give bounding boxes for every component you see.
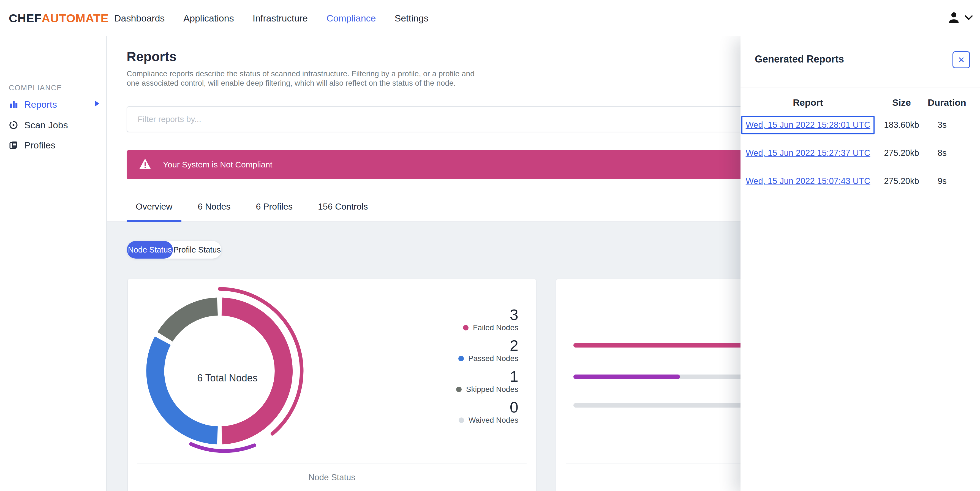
- passed-count: 2: [510, 338, 519, 354]
- legend-entry-passed: 2 Passed Nodes: [458, 338, 519, 363]
- sidebar-section-label: COMPLIANCE: [9, 84, 62, 92]
- report-size: 183.60kb: [875, 120, 928, 130]
- sidebar-item-scan-jobs[interactable]: Scan Jobs: [9, 118, 68, 132]
- user-menu[interactable]: [947, 0, 973, 37]
- legend-entry-failed: 3 Failed Nodes: [463, 307, 519, 332]
- reports-table-header: Report Size Duration: [740, 94, 980, 111]
- sidebar-item-reports[interactable]: Reports: [9, 98, 57, 111]
- failed-count: 3: [510, 307, 519, 323]
- sidebar-item-label: Profiles: [24, 140, 55, 151]
- chef-automate-app: CHEFAUTOMATE Dashboards Applications Inf…: [0, 0, 980, 491]
- donut-skipped-segment: [165, 306, 218, 337]
- node-status-toggle-button[interactable]: Node Status: [127, 241, 173, 258]
- report-duration: 8s: [928, 148, 980, 158]
- report-link-selected[interactable]: Wed, 15 Jun 2022 15:28:01 UTC: [741, 116, 875, 134]
- legend-label: Passed Nodes: [468, 354, 519, 363]
- passed-dot-icon: [458, 356, 464, 361]
- donut-center-label: 6 Total Nodes: [172, 372, 282, 384]
- logo-automate: AUTOMATE: [41, 11, 109, 25]
- profile-status-toggle-button[interactable]: Profile Status: [173, 241, 221, 258]
- chevron-down-icon: [964, 14, 973, 22]
- report-duration: 9s: [928, 176, 980, 186]
- sidebar-reports-caret-icon: [95, 100, 99, 107]
- user-profile-icon: [947, 11, 961, 26]
- logo-chef: CHEF: [9, 11, 41, 25]
- nav-links: Dashboards Applications Infrastructure C…: [114, 0, 428, 37]
- tab-nodes[interactable]: 6 Nodes: [189, 202, 240, 222]
- tab-controls[interactable]: 156 Controls: [309, 202, 377, 222]
- alert-text: Your System is Not Compliant: [163, 160, 272, 169]
- bar-chart-icon: [9, 100, 18, 109]
- donut-failed-segment: [222, 306, 283, 435]
- waived-dot-icon: [459, 418, 464, 423]
- skipped-count: 1: [510, 368, 519, 384]
- close-panel-button[interactable]: ✕: [953, 51, 970, 68]
- legend-entry-waived: 0 Waived Nodes: [459, 399, 519, 425]
- legend-entry-skipped: 1 Skipped Nodes: [456, 368, 519, 394]
- table-row: Wed, 15 Jun 2022 15:07:43 UTC 275.20kb 9…: [740, 167, 980, 195]
- report-size: 275.20kb: [875, 148, 928, 158]
- sidebar-item-label: Scan Jobs: [24, 120, 68, 131]
- legend-label: Skipped Nodes: [466, 385, 519, 394]
- table-row: Wed, 15 Jun 2022 15:27:37 UTC 275.20kb 8…: [740, 139, 980, 167]
- report-link[interactable]: Wed, 15 Jun 2022 15:07:43 UTC: [741, 172, 875, 191]
- top-nav: CHEFAUTOMATE Dashboards Applications Inf…: [0, 0, 980, 37]
- scan-target-icon: [9, 120, 18, 130]
- legend-label: Waived Nodes: [469, 416, 519, 425]
- node-status-donut-chart: 6 Total Nodes: [135, 287, 304, 455]
- card-divider: [137, 463, 527, 464]
- waived-count: 0: [510, 399, 519, 415]
- report-link[interactable]: Wed, 15 Jun 2022 15:27:37 UTC: [741, 144, 875, 163]
- panel-title: Generated Reports: [755, 53, 844, 65]
- donut-passed-segment: [155, 341, 218, 435]
- node-status-card-footer: Node Status: [128, 473, 536, 483]
- column-header-report: Report: [740, 97, 875, 108]
- page-description: Compliance reports describe the status o…: [127, 69, 474, 88]
- donut-outer-arc-purple: [191, 444, 255, 451]
- panel-divider: [740, 88, 980, 88]
- nav-item-applications[interactable]: Applications: [183, 13, 234, 24]
- report-duration: 3s: [928, 120, 980, 130]
- tab-overview[interactable]: Overview: [127, 202, 181, 222]
- chef-automate-logo[interactable]: CHEFAUTOMATE: [9, 0, 109, 37]
- nav-item-dashboards[interactable]: Dashboards: [114, 13, 165, 24]
- sidebar-item-profiles[interactable]: Profiles: [9, 139, 55, 152]
- sidebar-item-label: Reports: [24, 99, 57, 110]
- nav-item-infrastructure[interactable]: Infrastructure: [253, 13, 308, 24]
- tab-profiles[interactable]: 6 Profiles: [247, 202, 302, 222]
- reports-table-body: Wed, 15 Jun 2022 15:28:01 UTC 183.60kb 3…: [740, 111, 980, 195]
- report-size: 275.20kb: [875, 176, 928, 186]
- profiles-doc-icon: [9, 140, 18, 150]
- skipped-dot-icon: [456, 387, 461, 392]
- column-header-size: Size: [875, 97, 928, 108]
- compliance-sidebar: COMPLIANCE Reports Scan Jobs Profiles: [0, 37, 107, 491]
- report-tabs: Overview 6 Nodes 6 Profiles 156 Controls: [127, 202, 377, 222]
- nav-item-compliance[interactable]: Compliance: [326, 13, 376, 24]
- close-icon: ✕: [958, 55, 964, 65]
- column-header-duration: Duration: [928, 97, 980, 108]
- warning-triangle-icon: [139, 158, 151, 172]
- node-status-card: 6 Total Nodes 3 Failed Nodes 2 Passed No…: [127, 279, 536, 491]
- nav-item-settings[interactable]: Settings: [395, 13, 429, 24]
- page-title: Reports: [127, 49, 177, 64]
- node-status-legend: 3 Failed Nodes 2 Passed Nodes 1 Skipped …: [456, 307, 519, 425]
- failed-dot-icon: [463, 325, 469, 330]
- legend-label: Failed Nodes: [473, 323, 519, 332]
- generated-reports-panel: Generated Reports ✕ Report Size Duration…: [740, 37, 980, 491]
- status-toggle: Node Status Profile Status: [127, 241, 221, 258]
- table-row: Wed, 15 Jun 2022 15:28:01 UTC 183.60kb 3…: [740, 111, 980, 139]
